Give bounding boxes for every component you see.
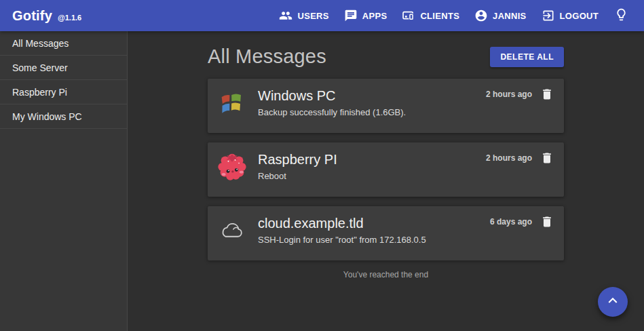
delete-all-button[interactable]: DELETE ALL <box>490 47 564 67</box>
delete-message-button[interactable] <box>540 151 554 168</box>
scroll-to-top-fab[interactable] <box>598 287 628 317</box>
logout-icon <box>542 9 555 22</box>
message-timestamp: 6 days ago <box>490 217 532 227</box>
message-title: cloud.example.tld <box>258 216 490 231</box>
nav-apps-label: APPS <box>362 11 387 21</box>
page-header-row: All Messages DELETE ALL <box>208 45 564 68</box>
message-title: Windows PC <box>258 88 486 104</box>
message-timestamp: 2 hours ago <box>486 90 532 99</box>
brand: Gotify @1.1.6 <box>12 8 81 24</box>
nav-logout-button[interactable]: LOGOUT <box>534 3 606 28</box>
gotify-app: Gotify @1.1.6 USERS APPS <box>0 0 644 331</box>
message-content: cloud.example.tld SSH-Login for user "ro… <box>258 214 490 245</box>
sidebar-item-my-windows-pc[interactable]: My Windows PC <box>0 104 127 129</box>
clients-devices-icon <box>402 9 415 22</box>
message-content: Windows PC Backup successfully finished … <box>258 87 486 117</box>
lightbulb-icon <box>614 12 628 24</box>
end-of-list-text: You've reached the end <box>208 270 564 279</box>
message-card: Windows PC Backup successfully finished … <box>208 79 564 133</box>
top-navbar: Gotify @1.1.6 USERS APPS <box>0 0 644 31</box>
message-meta: 2 hours ago <box>486 87 554 104</box>
delete-message-button[interactable] <box>540 215 554 231</box>
brand-version: @1.1.6 <box>58 14 81 22</box>
message-card: cloud.example.tld SSH-Login for user "ro… <box>208 206 564 260</box>
nav-clients-button[interactable]: CLIENTS <box>394 3 467 28</box>
sidebar-item-raspberry-pi[interactable]: Raspberry Pi <box>0 80 127 104</box>
page-layout: All Messages Some Server Raspberry Pi My… <box>0 31 644 331</box>
sidebar-item-some-server[interactable]: Some Server <box>0 56 127 80</box>
account-circle-icon <box>474 9 488 22</box>
raspberry-icon <box>217 152 247 182</box>
brand-name: Gotify <box>12 8 52 24</box>
message-title: Raspberry PI <box>258 152 486 168</box>
message-timestamp: 2 hours ago <box>486 153 532 163</box>
sidebar-item-label: Raspberry Pi <box>12 87 67 98</box>
message-text: Backup successfully finished (1.6GB). <box>258 107 486 117</box>
content-column: All Messages DELETE ALL <box>208 31 564 279</box>
message-content: Raspberry PI Reboot <box>258 151 486 181</box>
nav-apps-button[interactable]: APPS <box>337 3 395 28</box>
nav-clients-label: CLIENTS <box>420 11 459 21</box>
message-text: SSH-Login for user "root" from 172.168.0… <box>258 235 490 245</box>
theme-toggle-button[interactable] <box>608 2 634 30</box>
message-meta: 2 hours ago <box>486 151 554 168</box>
delete-message-button[interactable] <box>540 87 554 104</box>
nav-users-label: USERS <box>297 11 328 21</box>
main-content: All Messages DELETE ALL <box>128 31 644 331</box>
sidebar-item-label: Some Server <box>12 62 68 73</box>
message-meta: 6 days ago <box>490 214 554 231</box>
nav-logout-label: LOGOUT <box>560 11 599 21</box>
message-text: Reboot <box>258 171 486 181</box>
users-icon <box>279 9 292 22</box>
sidebar-item-label: My Windows PC <box>12 111 82 122</box>
cloud-icon <box>217 216 247 246</box>
windows-logo <box>217 88 247 118</box>
chevron-up-icon <box>604 292 622 312</box>
page-title: All Messages <box>208 45 326 68</box>
nav-users-button[interactable]: USERS <box>271 3 336 28</box>
message-card: Raspberry PI Reboot 2 hours ago <box>208 142 564 197</box>
nav-user-label: JANNIS <box>493 11 526 21</box>
nav-user-button[interactable]: JANNIS <box>467 3 533 28</box>
apps-chat-icon <box>344 9 358 22</box>
sidebar: All Messages Some Server Raspberry Pi My… <box>0 31 128 331</box>
sidebar-item-all-messages[interactable]: All Messages <box>0 31 127 56</box>
sidebar-item-label: All Messages <box>12 38 69 49</box>
